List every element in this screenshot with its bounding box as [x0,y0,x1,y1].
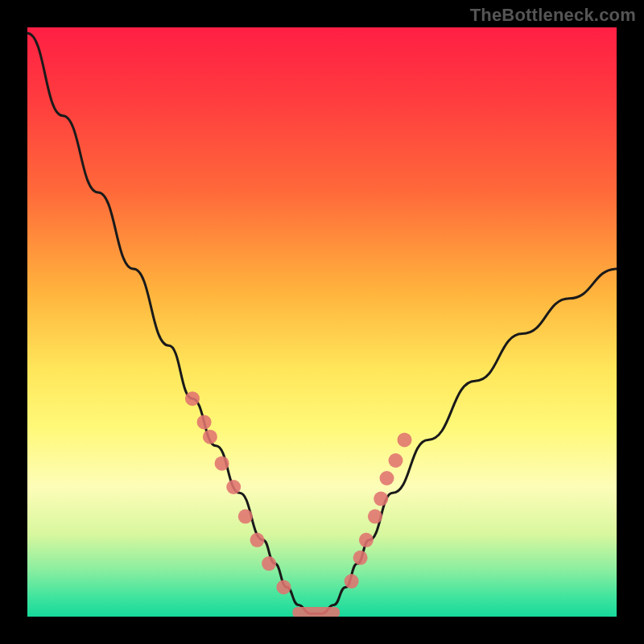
plot-background-gradient [27,27,617,617]
watermark-text: TheBottleneck.com [470,5,636,26]
chart-frame: TheBottleneck.com [0,0,644,644]
